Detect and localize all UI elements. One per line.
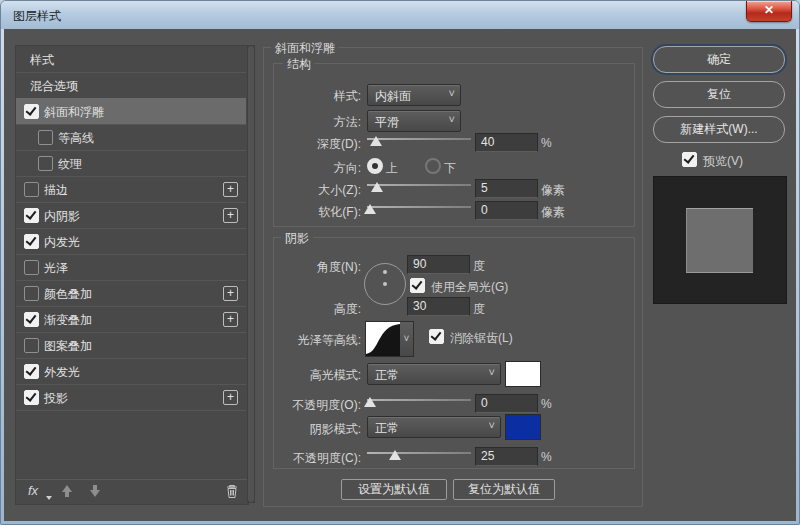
use-global-light-checkbox[interactable] [410,278,425,293]
sidebar-item-gradient-overlay[interactable]: 渐变叠加 + [16,306,246,333]
checkbox[interactable] [38,130,53,145]
slider-thumb[interactable] [389,450,401,460]
highlight-mode-dropdown[interactable]: 正常 ˅ [367,363,501,385]
slider-thumb[interactable] [371,182,383,192]
soften-field[interactable]: 0 [475,201,538,220]
sidebar-item-styles[interactable]: 样式 [16,46,246,73]
checkbox[interactable] [24,390,39,405]
checkbox[interactable] [24,312,39,327]
sidebar-item-outer-glow[interactable]: 外发光 [16,358,246,385]
size-label: 大小(Z): [267,182,361,199]
direction-down-radio[interactable] [425,158,441,174]
sidebar-item-color-overlay[interactable]: 颜色叠加 + [16,280,246,307]
sidebar-item-satin[interactable]: 光泽 [16,254,246,281]
set-default-button[interactable]: 设置为默认值 [341,479,447,500]
shading-legend: 阴影 [281,230,313,247]
delete-effect-button[interactable] [224,483,240,499]
move-effect-down-button[interactable] [88,484,102,498]
direction-label: 方向: [267,160,361,177]
checkbox[interactable] [24,234,39,249]
close-icon: ✕ [764,3,774,17]
highlight-color-swatch[interactable] [505,361,541,387]
shadow-mode-label: 阴影模式: [267,421,361,438]
titlebar[interactable]: 图层样式 ✕ [1,1,799,29]
move-effect-up-button[interactable] [60,484,74,498]
style-dropdown[interactable]: 内斜面 ˅ [367,84,461,106]
preview-checkbox[interactable] [682,152,697,167]
highlight-opacity-slider[interactable] [367,394,471,408]
depth-slider[interactable] [367,133,471,147]
trash-icon [224,483,240,499]
shadow-opacity-slider[interactable] [367,447,471,461]
angle-field[interactable]: 90 [407,255,470,274]
new-style-button[interactable]: 新建样式(W)... [653,116,785,143]
sidebar-item-inner-shadow[interactable]: 内阴影 + [16,202,246,229]
fx-menu-button[interactable]: fx [28,483,38,498]
altitude-field[interactable]: 30 [407,297,470,316]
angle-label: 角度(N): [267,259,361,276]
sidebar-item-texture[interactable]: 纹理 [16,150,246,177]
depth-label: 深度(D): [267,136,361,153]
highlight-opacity-field[interactable]: 0 [475,394,538,413]
sidebar-item-stroke[interactable]: 描边 + [16,176,246,203]
add-effect-icon[interactable]: + [223,182,238,197]
add-effect-icon[interactable]: + [223,286,238,301]
scrollbar-thumb[interactable] [248,46,254,502]
panel-title: 斜面和浮雕 [271,40,339,57]
styles-list-scrollbar[interactable] [247,45,255,503]
fx-menu-caret-icon [46,496,52,500]
slider-thumb[interactable] [364,397,376,407]
checkbox[interactable] [24,260,39,275]
highlight-opacity-label: 不透明度(O): [267,397,361,414]
reset-default-button[interactable]: 复位为默认值 [453,479,555,500]
direction-up-radio[interactable] [367,158,383,174]
size-field[interactable]: 5 [475,179,538,198]
chevron-down-icon: ˅ [489,419,495,431]
shadow-color-swatch[interactable] [505,414,541,440]
anti-alias-checkbox[interactable] [429,329,444,344]
layer-style-dialog: 图层样式 ✕ 样式 混合选项 斜面和浮雕 等高线 纹理 描边 + [0,0,800,525]
add-effect-icon[interactable]: + [223,390,238,405]
angle-dial[interactable] [364,263,406,305]
checkbox[interactable] [38,156,53,171]
soften-slider[interactable] [367,201,471,215]
angle-dial-marker [383,270,387,274]
sidebar-item-inner-glow[interactable]: 内发光 [16,228,246,255]
chevron-down-icon: ˅ [489,366,495,378]
chevron-down-icon: ˅ [449,87,455,99]
sidebar-item-contour[interactable]: 等高线 [16,124,246,151]
checkbox[interactable] [24,286,39,301]
depth-field[interactable]: 40 [475,133,538,152]
sidebar-item-blending-options[interactable]: 混合选项 [16,72,246,99]
add-effect-icon[interactable]: + [223,312,238,327]
technique-dropdown[interactable]: 平滑 ˅ [367,110,461,132]
add-effect-icon[interactable]: + [223,208,238,223]
preview-square [686,208,753,273]
technique-label: 方法: [267,114,361,131]
slider-thumb[interactable] [370,136,382,146]
slider-thumb[interactable] [364,204,376,214]
checkbox[interactable] [24,208,39,223]
shadow-mode-dropdown[interactable]: 正常 ˅ [367,416,501,438]
angle-dial-center [383,282,387,286]
style-preview [653,176,787,304]
shadow-opacity-field[interactable]: 25 [475,447,538,466]
chevron-down-icon: ˅ [404,333,410,344]
size-slider[interactable] [367,179,471,193]
gloss-contour-label: 光泽等高线: [267,332,361,349]
contour-curve-icon [366,322,400,356]
checkbox[interactable] [24,104,39,119]
sidebar-item-bevel-emboss[interactable]: 斜面和浮雕 [16,98,246,125]
sidebar-item-pattern-overlay[interactable]: 图案叠加 [16,332,246,359]
checkbox[interactable] [24,182,39,197]
chevron-down-icon: ˅ [449,113,455,125]
checkbox[interactable] [24,364,39,379]
ok-button[interactable]: 确定 [653,46,785,73]
gloss-contour-thumbnail[interactable] [365,321,401,357]
sidebar-item-drop-shadow[interactable]: 投影 + [16,384,246,411]
soften-label: 软化(F): [267,204,361,221]
gloss-contour-dropdown[interactable]: ˅ [400,321,414,357]
checkbox[interactable] [24,338,39,353]
reset-button[interactable]: 复位 [653,81,785,108]
close-button[interactable]: ✕ [746,1,792,22]
